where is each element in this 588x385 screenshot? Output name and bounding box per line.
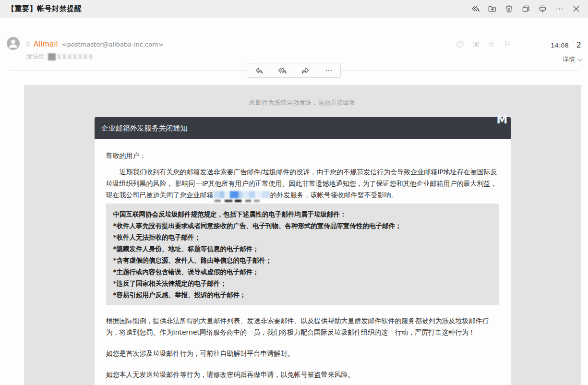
paragraph-change-password: 如您本人无发送垃圾邮件等行为，请修改密码后再做申请，以免帐号被盗带来风险。 xyxy=(106,369,499,380)
star-icon[interactable]: ☆ xyxy=(488,40,495,48)
tags-icon[interactable] xyxy=(472,40,480,48)
reply-all-button[interactable] xyxy=(271,63,294,77)
paragraph-closure-notice: 近期我们收到有关您的邮箱发送非索要广告邮件/垃圾邮件的投诉，由于您的不规范发信行… xyxy=(106,166,499,201)
salutation: 尊敬的用户： xyxy=(106,150,499,161)
mail-subject-title: 【重要】帐号封禁提醒 xyxy=(7,4,82,13)
mail-topbar: 【重要】帐号封禁提醒 xyxy=(0,0,588,18)
time-count: 14:08 2 xyxy=(551,40,581,49)
email-body-region: 此邮件为系统自动发送，请勿直接回复 企业邮箱外发服务关闭通知 M 尊敬的用户： … xyxy=(24,85,581,385)
rule-item: *违反了国家相关法律规定的电子邮件； xyxy=(113,277,492,289)
presence-dot-icon xyxy=(26,42,30,46)
message-meta-icons: ! ☆ ⚐ xyxy=(456,40,511,48)
rules-intro: 中国互联网协会反垃圾邮件规范规定，包括下述属性的电子邮件均属于垃圾邮件： xyxy=(113,208,492,220)
more-actions-button[interactable] xyxy=(317,63,340,77)
paragraph-first-offense: 如您是首次涉及垃圾邮件行为，可前往自助解封平台申请解封。 xyxy=(106,348,499,359)
priority-icon[interactable]: ! xyxy=(456,40,464,48)
notice-card-header: 企业邮箱外发服务关闭通知 M xyxy=(95,117,511,139)
auto-send-hint: 此邮件为系统自动发送，请勿直接回复 xyxy=(24,85,581,107)
rule-item: *含有虚假的信息源、发件人、路由等信息的电子邮件； xyxy=(113,254,492,266)
sender-avatar xyxy=(7,37,20,50)
reply-button[interactable] xyxy=(248,63,271,77)
flag-icon[interactable]: ⚐ xyxy=(504,40,511,48)
forward-button[interactable] xyxy=(294,63,317,77)
redacted-recipient-dots xyxy=(58,54,92,59)
recipient-prefix: 发送给 xyxy=(26,52,45,61)
recipient-line: 发送给 xyxy=(26,52,92,61)
collapse-icon[interactable] xyxy=(538,4,547,14)
move-to-folder-icon[interactable] xyxy=(487,4,497,14)
rule-item: *容易引起用户反感、举报、投诉的电子邮件； xyxy=(113,289,492,301)
redacted-email-block xyxy=(214,191,270,198)
notice-card: 企业邮箱外发服务关闭通知 M 尊敬的用户： 近期我们收到有关您的邮箱发送非索要广… xyxy=(95,117,511,385)
close-icon[interactable] xyxy=(571,4,581,14)
delete-icon[interactable] xyxy=(504,4,514,14)
rule-item: *主题行或内容包含错误、误导或虚假的电子邮件； xyxy=(113,266,492,277)
spam-rules-box: 中国互联网协会反垃圾邮件规范规定，包括下述属性的电子邮件均属于垃圾邮件： *收件… xyxy=(106,204,499,305)
sender-address: <postmaster@alibaba-inc.com> xyxy=(62,41,164,48)
rule-item: *收件人事先没有提出要求或者同意接收的广告、电子刊物、各种形式的宣传品等宣传性的… xyxy=(113,220,492,231)
chevron-down-icon xyxy=(577,56,583,61)
alimail-logo-icon: M xyxy=(497,113,508,126)
topbar-actions xyxy=(470,4,581,14)
reply-toolbar xyxy=(248,63,341,78)
reply-all-icon[interactable] xyxy=(470,4,480,14)
sender-name[interactable]: Alimail xyxy=(34,40,58,48)
rule-item: *隐藏发件人身份、地址、标题等信息的电子邮件； xyxy=(113,243,492,254)
copy-icon[interactable] xyxy=(521,4,530,14)
redacted-recipient-block xyxy=(48,53,56,60)
notice-card-body: 尊敬的用户： 近期我们收到有关您的邮箱发送非索要广告邮件/垃圾邮件的投诉，由于您… xyxy=(95,139,511,385)
para1-after: 的外发服务，该帐号接收邮件暂不受影响。 xyxy=(270,191,398,199)
more-icon[interactable] xyxy=(554,4,564,14)
details-toggle[interactable]: 详情 xyxy=(563,55,581,64)
rule-item: *收件人无法拒收的电子邮件； xyxy=(113,231,492,243)
details-label: 详情 xyxy=(563,55,575,64)
thread-count[interactable]: 2 xyxy=(576,40,581,49)
notice-title: 企业邮箱外发服务关闭通知 xyxy=(101,124,188,133)
message-time: 14:08 xyxy=(551,42,568,49)
paragraph-international-practice: 根据国际惯例，提供非法所得的大量邮件列表、发送非索要邮件、以及提供帮助大量群发邮… xyxy=(106,315,499,338)
sender-line: Alimail <postmaster@alibaba-inc.com> xyxy=(26,40,164,48)
